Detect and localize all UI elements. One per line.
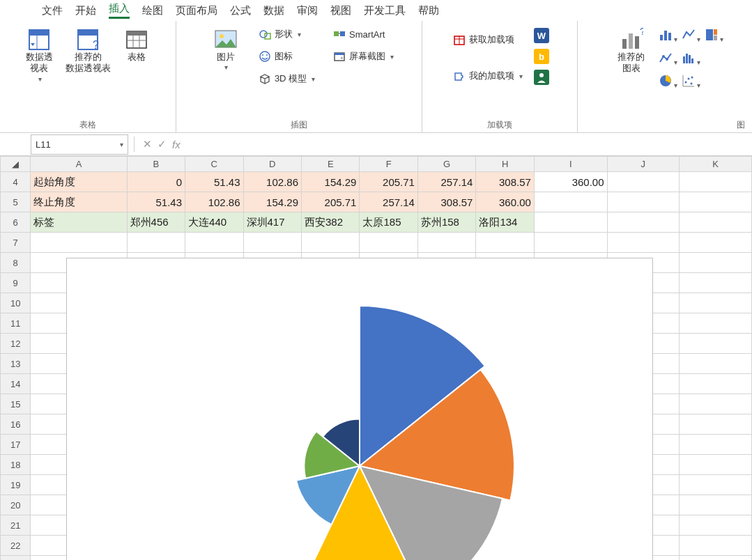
scatter-chart-icon[interactable]: ▾ [682, 74, 700, 90]
menu-file[interactable]: 文件 [42, 4, 63, 17]
svg-rect-44 [683, 56, 685, 63]
svg-point-12 [220, 34, 224, 38]
column-headers[interactable]: ◢ ABC DEF GHI JK [1, 157, 752, 172]
3dmodel-button[interactable]: 3D 模型▾ [256, 70, 318, 88]
embedded-chart[interactable] [66, 258, 653, 560]
menu-review[interactable]: 审阅 [297, 4, 318, 17]
get-addins-button[interactable]: 获取加载项 [450, 31, 525, 49]
svg-text:?: ? [640, 28, 643, 37]
my-addins-button[interactable]: 我的加载项▾ [450, 67, 525, 85]
group-tables: 数据透 视表▾ ? 推荐的 数据透视表 表格 表格 [0, 21, 176, 132]
line-chart-icon[interactable]: ▾ [682, 28, 700, 44]
svg-text:+: + [340, 55, 344, 61]
select-all-corner[interactable]: ◢ [1, 157, 31, 172]
svg-text:?: ? [93, 39, 99, 51]
picture-button[interactable]: 图片▾ [201, 25, 250, 72]
fx-icon[interactable]: fx [172, 139, 181, 150]
chevron-down-icon[interactable]: ▾ [120, 141, 123, 148]
svg-rect-40 [714, 29, 717, 35]
recommended-pivot-label: 推荐的 数据透视表 [66, 52, 111, 75]
svg-rect-47 [691, 59, 693, 63]
get-addins-label: 获取加载项 [469, 33, 514, 46]
svg-point-52 [687, 78, 689, 80]
row-7: 7 [1, 233, 752, 253]
recommended-pivot-button[interactable]: ? 推荐的 数据透视表 [63, 25, 112, 75]
word-icon[interactable]: W [534, 28, 549, 43]
pivot-table-label: 数据透 视表 [26, 52, 53, 75]
svg-point-54 [691, 77, 693, 79]
svg-point-42 [662, 55, 665, 58]
shapes-label: 形状 [275, 28, 293, 40]
screenshot-icon: + [333, 50, 346, 63]
name-box-value: L11 [36, 139, 51, 150]
svg-rect-36 [660, 35, 663, 40]
formula-bar: L11 ▾ ✕ ✓ fx [0, 133, 752, 156]
cancel-icon[interactable]: ✕ [143, 138, 152, 150]
svg-rect-18 [334, 31, 339, 36]
histogram-chart-icon[interactable]: ▾ [682, 51, 700, 67]
group-charts: ? 推荐的 图表 ▾ ▾ ▾ ▾ ▾ ▾ ▾ 图 [578, 21, 752, 132]
pivot-table-icon [27, 28, 51, 52]
menu-dev[interactable]: 开发工具 [364, 4, 406, 17]
menu-view[interactable]: 视图 [330, 4, 351, 17]
svg-rect-19 [340, 31, 345, 36]
smartart-icon [333, 28, 346, 40]
menu-home[interactable]: 开始 [75, 4, 96, 17]
formula-input[interactable] [181, 134, 752, 155]
svg-rect-33 [629, 33, 633, 49]
menu-draw[interactable]: 绘图 [142, 4, 163, 17]
worksheet[interactable]: ◢ ABC DEF GHI JK 4 起始角度 0 51.43 102.86 1… [0, 156, 752, 560]
bing-icon[interactable]: b [534, 49, 549, 64]
icons-icon [259, 50, 271, 63]
svg-rect-7 [127, 31, 146, 36]
table-label: 表格 [128, 52, 146, 63]
group-illustrations-label: 插图 [291, 119, 307, 131]
recommended-charts-icon: ? [620, 28, 643, 52]
ribbon: 数据透 视表▾ ? 推荐的 数据透视表 表格 表格 图片▾ 形状▾ [0, 21, 752, 133]
row-4[interactable]: 4 起始角度 0 51.43 102.86 154.29 205.71 257.… [1, 172, 752, 192]
svg-point-53 [690, 83, 692, 85]
svg-point-17 [266, 54, 268, 56]
svg-rect-45 [686, 54, 688, 63]
menu-insert[interactable]: 插入 [109, 2, 130, 19]
group-addins-label: 加载项 [487, 119, 512, 131]
puzzle-icon [453, 70, 466, 82]
icons-button[interactable]: 图标 [256, 47, 318, 65]
group-charts-label: 图 [737, 119, 745, 131]
smartart-button[interactable]: SmartArt [330, 25, 397, 43]
menu-help[interactable]: 帮助 [418, 4, 439, 17]
menubar: 文件 开始 插入 绘图 页面布局 公式 数据 审阅 视图 开发工具 帮助 [0, 0, 752, 21]
table-button[interactable]: 表格 [112, 25, 161, 63]
shapes-button[interactable]: 形状▾ [256, 25, 318, 43]
svg-rect-32 [622, 39, 627, 49]
my-addins-label: 我的加载项 [469, 70, 514, 82]
pie-chart-icon[interactable]: ▾ [659, 74, 677, 90]
enter-icon[interactable]: ✓ [158, 138, 167, 150]
menu-data[interactable]: 数据 [263, 4, 284, 17]
svg-text:W: W [537, 31, 546, 41]
menu-formula[interactable]: 公式 [230, 4, 251, 17]
svg-rect-34 [635, 36, 639, 49]
menu-layout[interactable]: 页面布局 [176, 4, 217, 17]
recommended-charts-label: 推荐的 图表 [617, 52, 645, 75]
smartart-label: SmartArt [349, 29, 385, 40]
row-5[interactable]: 5 终止角度 51.43 102.86 154.29 205.71 257.14… [1, 192, 752, 212]
row-6[interactable]: 6 标签 郑州456 大连440 深圳417 西安382 太原185 苏州158… [1, 212, 752, 233]
name-box[interactable]: L11 ▾ [31, 134, 128, 155]
svg-rect-4 [78, 30, 98, 36]
pivot-table-button[interactable]: 数据透 视表▾ [15, 25, 63, 84]
recommended-charts-button[interactable]: ? 推荐的 图表 [607, 25, 656, 75]
bar-chart-icon[interactable]: ▾ [659, 28, 677, 44]
svg-point-16 [262, 54, 263, 56]
rose-chart-svg [178, 285, 541, 560]
screenshot-label: 屏幕截图 [349, 50, 385, 63]
stock-chart-icon[interactable]: ▾ [659, 51, 677, 67]
svg-rect-1 [29, 30, 49, 36]
svg-rect-38 [668, 33, 671, 40]
icons-label: 图标 [275, 50, 293, 63]
people-graph-icon[interactable] [534, 70, 549, 85]
treemap-chart-icon[interactable]: ▾ [705, 28, 723, 44]
screenshot-button[interactable]: + 屏幕截图▾ [330, 47, 397, 65]
store-icon [453, 33, 466, 46]
table-icon [125, 28, 148, 52]
